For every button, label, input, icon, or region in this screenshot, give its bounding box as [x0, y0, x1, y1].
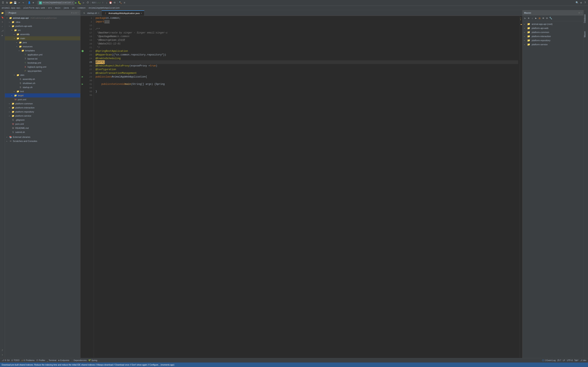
left-git-icon[interactable]: ⎇: [0, 29, 4, 33]
maven-minimize-icon[interactable]: —: [581, 12, 582, 14]
breadcrumb-item-0[interactable]: animal-app-api: [2, 7, 20, 9]
redo-icon[interactable]: ↪: [22, 1, 25, 4]
tree-item-banner[interactable]: ▸ T banner.txt: [5, 57, 80, 61]
breadcrumb-item-2[interactable]: src: [48, 7, 52, 9]
tab-startup-sh[interactable]: S startup.sh ✕: [80, 10, 102, 16]
panel-minimize-icon[interactable]: —: [77, 12, 79, 14]
side-tab-database[interactable]: Database: [584, 10, 588, 27]
left-structure-icon[interactable]: ≋: [0, 20, 4, 24]
tree-item-idea[interactable]: ▸ 📁 .idea: [5, 20, 80, 24]
side-tab-maven[interactable]: Maven: [584, 27, 588, 42]
tree-item-bootstrap[interactable]: ▸ Y bootstrap.yml: [5, 61, 80, 65]
gutter-22-bean[interactable]: ⬤: [80, 49, 85, 53]
tree-item-platform-interaction[interactable]: ▸ 📁 platform-interaction: [5, 106, 80, 110]
tree-item-pom-root[interactable]: ▸ M pom.xml: [5, 122, 80, 126]
status-branch[interactable]: ⎇ dev: [580, 359, 586, 361]
tree-item-ext-libraries[interactable]: ▸ 📚 External Libraries: [5, 135, 80, 139]
status-encoding[interactable]: UTF-8: [567, 359, 572, 361]
maven-item-root[interactable]: ▸ 📁 animal-app-api (root): [522, 22, 584, 26]
tree-item-target[interactable]: ▸ 📁 target: [5, 93, 80, 98]
tree-item-spy[interactable]: ▸ P spy.properties: [5, 69, 80, 73]
help-icon[interactable]: ?: [584, 1, 587, 4]
status-spring[interactable]: 🌱 Spring: [88, 359, 97, 361]
maven-collapse-icon[interactable]: ⊟: [545, 17, 549, 20]
code-area[interactable]: package cn.common; import ... /** * @aut…: [94, 16, 520, 358]
breadcrumb-item-3[interactable]: main: [55, 7, 61, 9]
panel-options-icon[interactable]: ⚙: [71, 12, 72, 14]
tree-item-startup-sh[interactable]: ▸ S startup.sh: [5, 85, 80, 89]
settings-icon[interactable]: ⚙: [579, 1, 583, 4]
tree-item-pom-api[interactable]: ▸ M pom.xml: [5, 98, 80, 101]
breadcrumb-item-6[interactable]: common: [78, 7, 86, 9]
tree-item-assembly-sh[interactable]: ▸ S assembly.sh: [5, 77, 80, 81]
open-icon[interactable]: 📂: [9, 1, 13, 4]
status-dependencies[interactable]: ⋮ Dependencies: [71, 359, 87, 361]
undo-icon[interactable]: ↩: [17, 1, 21, 4]
tasks-icon[interactable]: ≡: [123, 1, 126, 4]
tree-item-sbin[interactable]: ▾ 📁 sbin: [5, 73, 80, 77]
run-button[interactable]: ▶: [75, 1, 77, 4]
panel-scope-icon[interactable]: ◎: [73, 12, 75, 14]
java-tab-close[interactable]: ✕: [140, 12, 142, 15]
tree-item-platform-common[interactable]: ▸ 📁 platform-common: [5, 101, 80, 106]
tree-item-main[interactable]: ▾ 📁 main: [5, 36, 80, 40]
status-position[interactable]: 25:7: [557, 359, 561, 361]
tree-item-scratches[interactable]: ▸ ✏ Scratches and Consoles: [5, 139, 80, 143]
save-icon[interactable]: 💾: [13, 1, 17, 4]
maven-download-icon[interactable]: ↓: [531, 17, 534, 20]
maven-m-icon[interactable]: m: [538, 17, 541, 20]
coverage-icon[interactable]: ▷: [82, 1, 85, 4]
gutter-31-run[interactable]: ▶: [80, 82, 85, 86]
left-commit-icon[interactable]: ✓: [0, 25, 4, 29]
tree-item-gitignore[interactable]: ▸ G .gitignore: [5, 118, 80, 122]
status-event-log[interactable]: ⓘ 1 Event Log: [542, 359, 555, 362]
status-problems[interactable]: ⚠ 6: Problems: [21, 359, 35, 361]
vcs2-icon[interactable]: ⊕: [32, 1, 35, 4]
maven-refresh-icon[interactable]: ↻: [523, 17, 527, 20]
maven-item-common[interactable]: ▸ 📁 platform-common: [522, 30, 584, 34]
status-terminal[interactable]: _ Terminal: [47, 359, 56, 361]
tree-item-java[interactable]: ▸ 📁 java: [5, 40, 80, 44]
left-bookmark-icon[interactable]: 🔖: [0, 16, 4, 20]
git-history-icon[interactable]: ⏰: [109, 1, 112, 4]
tree-item-submit-sh[interactable]: ▸ S submit.sh: [5, 130, 80, 134]
panel-collapse-icon[interactable]: ⊟: [75, 12, 77, 14]
search-everywhere-icon[interactable]: 🔍: [575, 1, 579, 4]
maven-settings-icon[interactable]: ⚙: [579, 12, 580, 14]
profile-icon[interactable]: ⏱: [86, 1, 89, 4]
startup-sh-tab-close[interactable]: ✕: [98, 12, 99, 14]
maven-item-api-web[interactable]: ▸ 📁 platform-api-web: [522, 26, 584, 30]
status-git[interactable]: ⎇ 9: Git: [2, 359, 9, 361]
panel-header-expand-icon[interactable]: ▾: [7, 12, 8, 14]
tree-item-platform-service[interactable]: ▸ 📁 platform-service: [5, 114, 80, 118]
new-window-icon[interactable]: ⧉: [5, 1, 9, 4]
tree-item-src[interactable]: ▾ 📁 src: [5, 28, 80, 32]
git-push-icon[interactable]: ↑: [101, 1, 104, 4]
debug-button[interactable]: 🐛: [78, 1, 81, 4]
vcs-icon[interactable]: 👤: [27, 1, 31, 4]
tree-item-assembly[interactable]: ▸ 📁 assembly: [5, 32, 80, 36]
status-todo[interactable]: ☑ TODO: [11, 359, 20, 361]
status-indent[interactable]: Tab⁸: [574, 359, 579, 361]
breadcrumb-item-5[interactable]: cn: [72, 7, 75, 9]
tree-item-readme[interactable]: ▸ M README.md: [5, 126, 80, 130]
git-revert-icon[interactable]: ⟲: [113, 1, 116, 4]
left-project-icon[interactable]: 📁: [0, 11, 4, 15]
tree-item-templates[interactable]: ▸ 📁 templates: [5, 49, 80, 53]
run-config-selector[interactable]: A AnimalAppWebApplication ▾: [38, 1, 74, 5]
tree-item-resources[interactable]: ▾ 📁 resources: [5, 44, 80, 49]
menu-icon[interactable]: ☰: [1, 1, 4, 4]
build-icon[interactable]: 🔨: [119, 1, 122, 4]
breadcrumb-item-1[interactable]: platform-api-web: [24, 7, 45, 9]
breadcrumb-item-4[interactable]: java: [63, 7, 69, 9]
gutter-29-run[interactable]: ▶: [80, 75, 85, 79]
tree-item-platform-repository[interactable]: ▸ 📁 platform-repository: [5, 110, 80, 114]
status-profiler[interactable]: ⏱ Profiler: [36, 359, 45, 361]
tree-item-logback[interactable]: ▸ X logback-spring.xml: [5, 65, 80, 69]
maven-add-icon[interactable]: ⊕: [527, 17, 530, 20]
left-favorites-icon[interactable]: ★: [0, 353, 4, 357]
maven-tool-icon[interactable]: 🔧: [549, 17, 552, 20]
tree-item-shutdown-sh[interactable]: ▸ S shutdown.sh: [5, 81, 80, 85]
tab-main-java[interactable]: J AnimalAppWebApplication.java ✕: [102, 10, 144, 16]
git-pull-icon[interactable]: ↓: [105, 1, 108, 4]
